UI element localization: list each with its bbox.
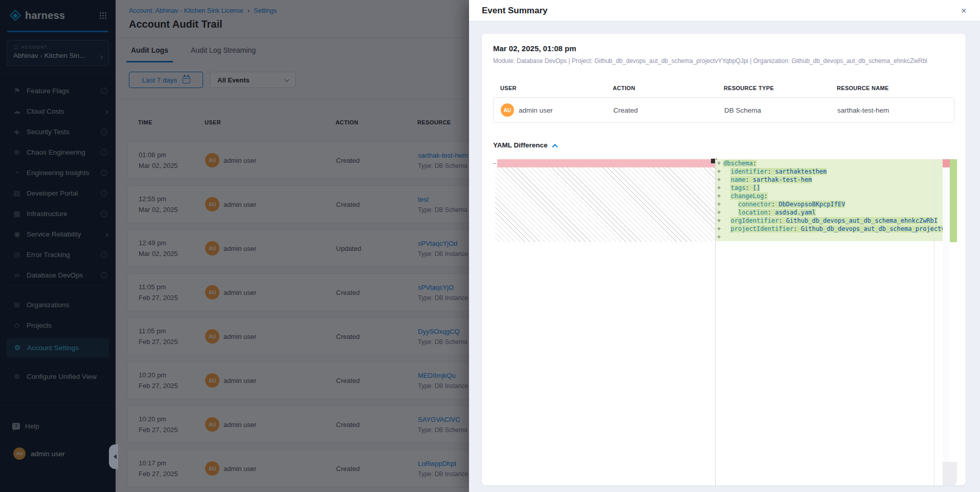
diff-added-line: + name: sarthak-test-hem bbox=[716, 176, 943, 184]
added-gutter-sign: + bbox=[717, 167, 721, 176]
summary-column-user: USER bbox=[500, 85, 613, 91]
diff-added-pane: +dbschema:+ identifier: sarthaktesthem+ … bbox=[716, 159, 943, 241]
event-summary-drawer: Event Summary ✕ Mar 02, 2025, 01:08 pm M… bbox=[469, 0, 980, 492]
diff-added-line: + connector: DbDevopsoBKpcpIfEV bbox=[716, 200, 943, 208]
event-meta-line: Module: Database DevOps | Project: Githu… bbox=[493, 57, 954, 65]
chevron-up-icon bbox=[552, 144, 558, 149]
summary-user: admin user bbox=[519, 106, 553, 114]
summary-resource-name: sarthak-test-hem bbox=[837, 106, 954, 114]
summary-row: AU admin user Created DB Schema sarthak-… bbox=[493, 97, 954, 123]
diff-scrollbar[interactable] bbox=[943, 159, 950, 485]
diff-empty-region bbox=[495, 167, 715, 242]
yaml-difference-toggle[interactable]: YAML Difference bbox=[493, 141, 954, 149]
added-gutter-sign: + bbox=[717, 192, 721, 200]
avatar: AU bbox=[501, 103, 514, 117]
diff-added-line: +dbschema: bbox=[716, 159, 943, 167]
event-card: Mar 02, 2025, 01:08 pm Module: Database … bbox=[482, 34, 966, 485]
removed-gutter-sign: − bbox=[493, 159, 496, 167]
diff-right-edge-line bbox=[934, 159, 934, 485]
added-gutter-sign: + bbox=[717, 208, 721, 217]
diff-scroll-corner bbox=[943, 462, 957, 485]
overview-added-mark bbox=[950, 159, 957, 242]
diff-added-line: + changeLog: bbox=[716, 192, 943, 200]
drawer-title: Event Summary bbox=[482, 6, 548, 16]
diff-added-line: + projectIdentifier: Github_db_devops_au… bbox=[716, 225, 943, 233]
chevron-left-icon bbox=[111, 454, 117, 459]
added-gutter-sign: + bbox=[717, 217, 721, 225]
sidebar-collapse-handle[interactable] bbox=[109, 444, 118, 469]
diff-added-line: + orgIdentifier: Github_db_devops_aut_db… bbox=[716, 217, 943, 225]
added-gutter-sign: + bbox=[717, 200, 721, 208]
added-gutter-sign: + bbox=[717, 176, 721, 184]
diff-added-line: + identifier: sarthaktesthem bbox=[716, 167, 943, 176]
summary-column-resource-name: RESOURCE NAME bbox=[837, 85, 954, 91]
diff-added-line: + bbox=[716, 233, 943, 241]
overview-removed-mark bbox=[943, 159, 950, 167]
event-datetime: Mar 02, 2025, 01:08 pm bbox=[493, 44, 954, 53]
yaml-diff-editor: − +dbschema:+ identifier: sarthaktesthem… bbox=[492, 159, 957, 485]
diff-added-line: + tags: [] bbox=[716, 184, 943, 192]
added-gutter-sign: + bbox=[717, 159, 721, 167]
summary-column-action: ACTION bbox=[613, 85, 724, 91]
summary-column-resource-type: RESOURCE TYPE bbox=[724, 85, 837, 91]
summary-resource-type: DB Schema bbox=[724, 106, 837, 114]
diff-removed-line bbox=[497, 159, 715, 167]
yaml-difference-label: YAML Difference bbox=[493, 141, 548, 149]
added-gutter-sign: + bbox=[717, 225, 721, 233]
added-gutter-sign: + bbox=[717, 184, 721, 192]
summary-action: Created bbox=[613, 106, 724, 114]
diff-added-line: + location: asdsad.yaml bbox=[716, 208, 943, 217]
added-gutter-sign: + bbox=[717, 233, 721, 241]
close-icon[interactable]: ✕ bbox=[959, 5, 969, 17]
